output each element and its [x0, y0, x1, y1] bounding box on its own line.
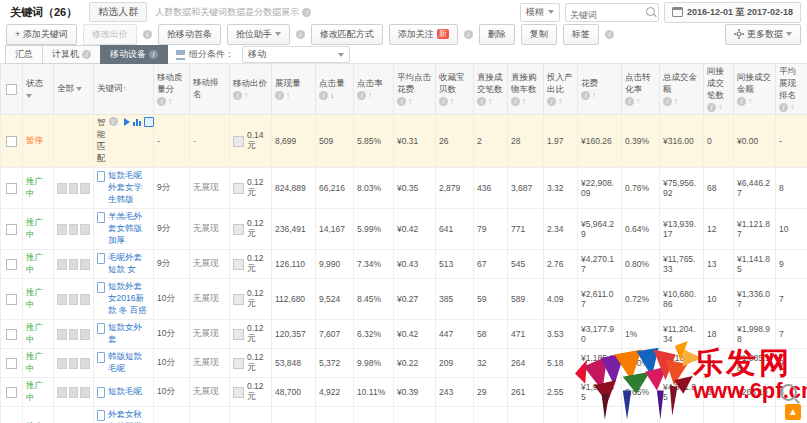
sort-icon[interactable]: ↓	[330, 91, 334, 100]
row-checkbox[interactable]	[6, 183, 17, 194]
play-icon[interactable]	[124, 118, 130, 126]
edit-bid-icon[interactable]	[233, 224, 244, 235]
col-rank[interactable]: 移动排名	[190, 64, 230, 115]
thumbnail[interactable]	[69, 183, 79, 194]
sort-icon[interactable]: ↑	[286, 91, 290, 100]
row-checkbox[interactable]	[6, 294, 17, 305]
segment-condition-select[interactable]: 移动	[242, 46, 350, 63]
col-spend[interactable]: 花费i↑	[578, 64, 622, 115]
grab-mobile-top-button[interactable]: 抢移动首条	[158, 24, 221, 45]
keyword-link[interactable]: 短款毛呢	[108, 386, 142, 398]
col-favorites[interactable]: 收藏宝贝数i↑	[436, 64, 474, 115]
col-total_amount[interactable]: 总成交金额i↑	[660, 64, 704, 115]
tab-pc[interactable]: 计算机 i	[42, 45, 101, 64]
thumbnail[interactable]	[80, 387, 90, 398]
thumbnail[interactable]	[69, 358, 79, 369]
keyword-link[interactable]: 短款女外套	[108, 322, 150, 346]
row-checkbox[interactable]	[6, 387, 17, 398]
edit-bid-icon[interactable]	[233, 259, 244, 270]
col-indirect_amount[interactable]: 间接成交金额i↑	[734, 64, 776, 115]
keyword-link[interactable]: 短款毛呢外套女学生韩版	[108, 170, 150, 206]
col-clicks[interactable]: 点击量i↓	[316, 64, 354, 115]
thumbnail[interactable]	[57, 329, 67, 340]
keyword-link[interactable]: 韩版短款毛呢	[108, 351, 150, 375]
col-indirect_orders[interactable]: 间接成交笔数i↑	[704, 64, 734, 115]
col-roi[interactable]: 投入产出比i↑	[544, 64, 578, 115]
sort-icon[interactable]: ↑	[368, 91, 372, 100]
sort-icon[interactable]: ↑	[558, 97, 562, 106]
select-all-checkbox[interactable]	[6, 84, 17, 95]
edit-bid-icon[interactable]	[233, 358, 244, 369]
sort-icon[interactable]: ↑	[168, 97, 172, 106]
edit-bid-icon[interactable]	[233, 387, 244, 398]
tab-mobile[interactable]: 移动设备 i	[100, 45, 168, 64]
sort-icon[interactable]: ↑	[748, 97, 752, 106]
delete-button[interactable]: 删除	[479, 24, 515, 45]
col-ctr[interactable]: 点击率i↑	[354, 64, 394, 115]
col-bid[interactable]: 移动出价i↑	[230, 64, 272, 115]
col-direct_carts[interactable]: 直接购物车数i↑	[508, 64, 544, 115]
thumbnail[interactable]	[80, 259, 90, 270]
col-impressions[interactable]: 展现量i↑	[272, 64, 316, 115]
search-icon[interactable]	[646, 7, 655, 16]
col-all[interactable]: 全部	[54, 64, 94, 115]
tool-icon[interactable]	[144, 117, 154, 127]
edit-bid-button[interactable]: 修改出价	[83, 24, 137, 45]
sort-icon[interactable]: ↑	[408, 97, 412, 106]
thumbnail[interactable]	[69, 294, 79, 305]
tab-summary[interactable]: 汇总	[5, 45, 43, 64]
thumbnail[interactable]	[80, 183, 90, 194]
keyword-link[interactable]: 短款外套女2016新款 冬 百搭	[108, 281, 150, 317]
col-direct_orders[interactable]: 直接成交笔数i↑	[474, 64, 508, 115]
more-data-button[interactable]: 更多数据	[725, 24, 801, 45]
thumbnail[interactable]	[80, 358, 90, 369]
thumbnail[interactable]	[80, 329, 90, 340]
search-mode-select[interactable]: 模糊	[520, 3, 560, 22]
row-checkbox[interactable]	[6, 259, 17, 270]
sort-icon[interactable]: ↑	[674, 97, 678, 106]
keyword-link[interactable]: 毛呢外套 短款 女	[108, 252, 150, 276]
sort-icon[interactable]: ↑	[244, 91, 248, 100]
tag-button[interactable]: 标签	[563, 24, 599, 45]
zoom-icon[interactable]	[780, 384, 797, 401]
chart-icon[interactable]	[133, 118, 141, 126]
search-input[interactable]	[566, 7, 646, 22]
position-assistant-button[interactable]: 抢位助手	[227, 24, 290, 45]
thumbnail[interactable]	[69, 329, 79, 340]
back-to-top-button[interactable]: ▲	[785, 404, 801, 420]
thumbnail[interactable]	[57, 294, 67, 305]
edit-bid-icon[interactable]	[233, 136, 244, 147]
sort-icon[interactable]: ↑	[718, 103, 722, 112]
col-avg_cost[interactable]: 平均点击花费i↑	[394, 64, 436, 115]
tab-keywords[interactable]: 关键词（26）	[6, 3, 81, 22]
thumbnail[interactable]	[69, 259, 79, 270]
thumbnail[interactable]	[57, 358, 67, 369]
row-checkbox[interactable]	[6, 136, 17, 147]
copy-button[interactable]: 复制	[521, 24, 557, 45]
col-keyword[interactable]: 关键词↑	[94, 64, 154, 115]
keyword-link[interactable]: 羊羔毛外套女韩版加厚	[108, 211, 150, 247]
thumbnail[interactable]	[80, 294, 90, 305]
thumbnail[interactable]	[69, 387, 79, 398]
date-range-picker[interactable]: 2016-12-01 至 2017-02-18	[664, 2, 801, 23]
col-score[interactable]: 移动质量分i↑	[154, 64, 190, 115]
row-checkbox[interactable]	[6, 358, 17, 369]
col-status[interactable]: 状态	[23, 64, 54, 115]
sort-icon[interactable]: ↑	[450, 97, 454, 106]
row-checkbox[interactable]	[6, 224, 17, 235]
thumbnail[interactable]	[57, 259, 67, 270]
add-watch-button[interactable]: 添加关注 新	[389, 24, 458, 45]
keyword-link[interactable]: 外套女秋冬韩版学生 百搭 短款	[108, 409, 150, 423]
add-keyword-button[interactable]: + 添加关键词	[6, 24, 77, 45]
thumbnail[interactable]	[57, 224, 67, 235]
thumbnail[interactable]	[69, 224, 79, 235]
sort-icon[interactable]: ↑	[636, 97, 640, 106]
sort-icon[interactable]: ↑	[592, 91, 596, 100]
sort-icon[interactable]: ↑	[488, 97, 492, 106]
thumbnail[interactable]	[80, 224, 90, 235]
thumbnail[interactable]	[57, 387, 67, 398]
edit-bid-icon[interactable]	[233, 294, 244, 305]
col-avg_rank[interactable]: 平均展现排名i↑	[776, 64, 807, 115]
edit-bid-icon[interactable]	[233, 329, 244, 340]
thumbnail[interactable]	[57, 183, 67, 194]
